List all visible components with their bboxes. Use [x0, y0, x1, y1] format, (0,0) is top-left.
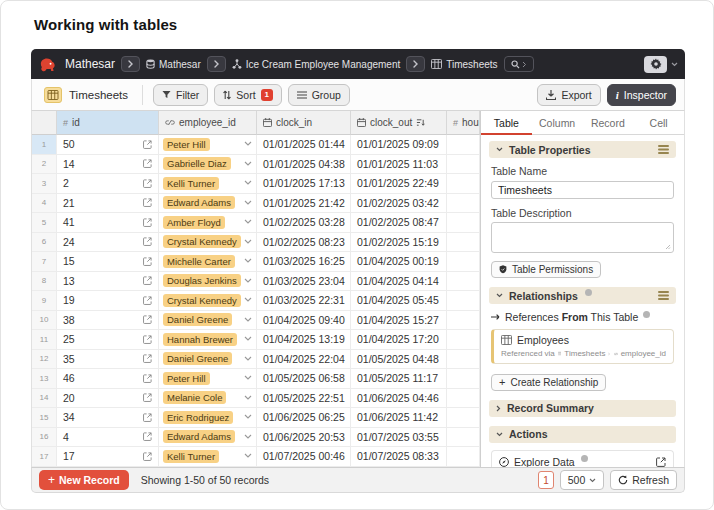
employee-cell[interactable]: Edward Adams	[159, 194, 257, 214]
clock-in-cell[interactable]: 01/01/2025 21:42	[257, 194, 351, 214]
id-cell[interactable]: 15	[57, 252, 159, 272]
clock-in-cell[interactable]: 01/06/2025 06:25	[257, 408, 351, 428]
chevron-down-icon[interactable]	[244, 219, 252, 225]
export-button[interactable]: Export	[537, 84, 600, 106]
hours-cell[interactable]	[447, 311, 480, 331]
clock-in-cell[interactable]: 01/03/2025 23:04	[257, 272, 351, 292]
hours-cell[interactable]	[447, 350, 480, 370]
external-link-icon[interactable]	[143, 413, 152, 422]
clock-in-cell[interactable]: 01/04/2025 13:19	[257, 330, 351, 350]
table-row[interactable]: 2 14 Gabrielle Diaz 01/01/2025 04:38 01/…	[32, 155, 480, 175]
id-cell[interactable]: 50	[57, 135, 159, 155]
row-number-cell[interactable]: 11	[32, 330, 57, 350]
clock-out-cell[interactable]: 01/04/2025 15:27	[351, 311, 447, 331]
external-link-icon[interactable]	[143, 159, 152, 168]
clock-in-cell[interactable]: 01/04/2025 09:40	[257, 311, 351, 331]
row-number-cell[interactable]: 5	[32, 213, 57, 233]
table-row[interactable]: 15 34 Eric Rodriguez 01/06/2025 06:25 01…	[32, 408, 480, 428]
external-link-icon[interactable]	[143, 237, 152, 246]
chevron-down-icon[interactable]	[244, 395, 252, 401]
employee-cell[interactable]: Crystal Kennedy	[159, 291, 257, 311]
clock-out-cell[interactable]: 01/02/2025 15:19	[351, 233, 447, 253]
external-link-icon[interactable]	[143, 179, 152, 188]
breadcrumb-chevron-button[interactable]	[207, 56, 226, 72]
table-name-input[interactable]	[491, 181, 674, 199]
chevron-down-icon[interactable]	[244, 200, 252, 206]
column-header-employee-id[interactable]: employee_id	[159, 111, 257, 135]
chevron-down-icon[interactable]	[671, 62, 678, 67]
external-link-icon[interactable]	[143, 296, 152, 305]
external-link-icon[interactable]	[143, 452, 152, 461]
hours-cell[interactable]	[447, 135, 480, 155]
chevron-down-icon[interactable]	[244, 161, 252, 167]
hours-cell[interactable]	[447, 272, 480, 292]
chevron-down-icon[interactable]	[244, 453, 252, 459]
external-link-icon[interactable]	[143, 432, 152, 441]
table-row[interactable]: 3 2 Kelli Turner 01/01/2025 17:13 01/01/…	[32, 174, 480, 194]
clock-out-cell[interactable]: 01/06/2025 04:46	[351, 389, 447, 409]
hours-cell[interactable]	[447, 389, 480, 409]
hours-cell[interactable]	[447, 155, 480, 175]
table-row[interactable]: 12 35 Daniel Greene 01/04/2025 22:04 01/…	[32, 350, 480, 370]
hours-cell[interactable]	[447, 213, 480, 233]
id-cell[interactable]: 25	[57, 330, 159, 350]
sort-button[interactable]: Sort 1	[214, 84, 281, 106]
chevron-down-icon[interactable]	[244, 356, 252, 362]
employee-cell[interactable]: Melanie Cole	[159, 389, 257, 409]
hours-cell[interactable]	[447, 291, 480, 311]
clock-out-cell[interactable]: 01/06/2025 11:42	[351, 408, 447, 428]
id-cell[interactable]: 19	[57, 291, 159, 311]
row-number-cell[interactable]: 1	[32, 135, 57, 155]
row-number-cell[interactable]: 14	[32, 389, 57, 409]
clock-out-cell[interactable]: 01/02/2025 03:42	[351, 194, 447, 214]
clock-out-cell[interactable]: 01/04/2025 17:20	[351, 330, 447, 350]
tab-column[interactable]: Column	[532, 111, 583, 134]
table-row[interactable]: 9 19 Crystal Kennedy 01/03/2025 22:31 01…	[32, 291, 480, 311]
relationships-section-header[interactable]: Relationships	[489, 287, 676, 304]
clock-in-cell[interactable]: 01/07/2025 00:46	[257, 447, 351, 467]
clock-out-cell[interactable]: 01/04/2025 00:19	[351, 252, 447, 272]
table-row[interactable]: 5 41 Amber Floyd 01/02/2025 03:28 01/02/…	[32, 213, 480, 233]
employee-cell[interactable]: Kelli Turner	[159, 447, 257, 467]
clock-out-cell[interactable]: 01/07/2025 03:55	[351, 428, 447, 448]
row-number-cell[interactable]: 9	[32, 291, 57, 311]
tab-cell[interactable]: Cell	[633, 111, 684, 134]
clock-out-cell[interactable]: 01/04/2025 04:14	[351, 272, 447, 292]
table-row[interactable]: 6 24 Crystal Kennedy 01/02/2025 08:23 01…	[32, 233, 480, 253]
breadcrumb-chevron-button[interactable]	[121, 56, 140, 72]
relationship-card-employees[interactable]: Employees Referenced via Timesheets empl…	[491, 329, 674, 364]
record-summary-section-header[interactable]: Record Summary	[489, 400, 676, 417]
clock-in-cell[interactable]: 01/01/2025 04:38	[257, 155, 351, 175]
clock-in-cell[interactable]: 01/01/2025 01:44	[257, 135, 351, 155]
external-link-icon[interactable]	[143, 374, 152, 383]
external-link-icon[interactable]	[143, 315, 152, 324]
employee-cell[interactable]: Gabrielle Diaz	[159, 155, 257, 175]
clock-out-cell[interactable]: 01/07/2025 08:33	[351, 447, 447, 467]
id-cell[interactable]: 14	[57, 155, 159, 175]
chevron-down-icon[interactable]	[244, 317, 252, 323]
chevron-down-icon[interactable]	[244, 434, 252, 440]
group-button[interactable]: Group	[288, 84, 350, 106]
clock-out-cell[interactable]: 01/04/2025 05:45	[351, 291, 447, 311]
chevron-down-icon[interactable]	[244, 336, 252, 342]
clock-out-cell[interactable]: 01/01/2025 11:03	[351, 155, 447, 175]
id-cell[interactable]: 20	[57, 389, 159, 409]
employee-cell[interactable]: Edward Adams	[159, 428, 257, 448]
id-cell[interactable]: 17	[57, 447, 159, 467]
new-record-button[interactable]: + New Record	[39, 470, 129, 490]
employee-cell[interactable]: Peter Hill	[159, 135, 257, 155]
id-cell[interactable]: 46	[57, 369, 159, 389]
chevron-down-icon[interactable]	[244, 258, 252, 264]
table-description-input[interactable]	[491, 222, 674, 253]
clock-in-cell[interactable]: 01/06/2025 20:53	[257, 428, 351, 448]
external-link-icon[interactable]	[143, 354, 152, 363]
employee-cell[interactable]: Michelle Carter	[159, 252, 257, 272]
explore-data-action[interactable]: Explore Data	[491, 450, 674, 468]
id-cell[interactable]: 38	[57, 311, 159, 331]
actions-section-header[interactable]: Actions	[489, 426, 676, 443]
hours-cell[interactable]	[447, 233, 480, 253]
table-row[interactable]: 17 17 Kelli Turner 01/07/2025 00:46 01/0…	[32, 447, 480, 467]
resize-grip-icon[interactable]	[665, 244, 671, 250]
column-header-id[interactable]: # id	[57, 111, 159, 135]
id-cell[interactable]: 4	[57, 428, 159, 448]
